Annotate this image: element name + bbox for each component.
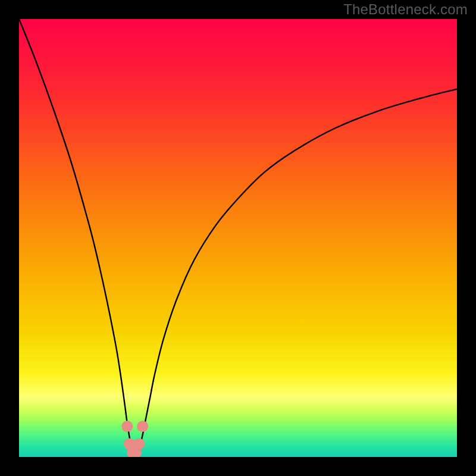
watermark-label: TheBottleneck.com bbox=[343, 0, 468, 19]
bottleneck-chart bbox=[19, 19, 457, 457]
chart-frame: TheBottleneck.com bbox=[0, 0, 476, 476]
plot-area bbox=[19, 19, 457, 457]
gradient-background bbox=[19, 19, 457, 457]
trough-marker bbox=[133, 438, 145, 449]
trough-marker bbox=[121, 421, 133, 432]
trough-marker bbox=[137, 421, 148, 432]
